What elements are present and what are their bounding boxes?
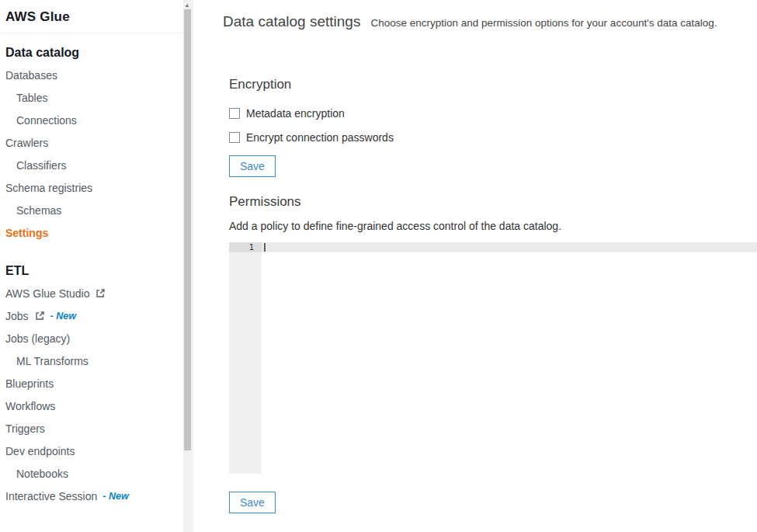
permissions-description: Add a policy to define fine-grained acce… <box>229 220 757 232</box>
sidebar-item-label: Dev endpoints <box>5 445 75 457</box>
sidebar-item-label: Connections <box>16 114 77 127</box>
sidebar-item-label: Tables <box>16 92 47 104</box>
sidebar-item-dev-endpoints[interactable]: Dev endpoints <box>0 440 183 462</box>
new-badge: - New <box>102 491 128 502</box>
external-link-icon <box>95 288 106 298</box>
sidebar-item-classifiers[interactable]: Classifiers <box>0 154 183 176</box>
sidebar-nav: Data catalog Databases Tables Connection… <box>0 33 183 507</box>
sidebar-item-label: Notebooks <box>16 468 68 480</box>
sidebar-item-jobs[interactable]: Jobs - New <box>0 304 183 327</box>
sidebar-item-label: Databases <box>5 69 57 82</box>
section-heading-etl: ETL <box>0 259 183 282</box>
editor-cursor <box>264 243 266 252</box>
metadata-encryption-row[interactable]: Metadata encryption <box>229 106 757 121</box>
main-content: Data catalog settings Choose encryption … <box>196 0 757 532</box>
scrollbar-up-button[interactable]: ▲ <box>183 0 191 9</box>
page-subtitle: Choose encryption and permission options… <box>370 17 717 29</box>
sidebar-item-label: AWS Glue Studio <box>5 287 89 300</box>
sidebar-item-label: Blueprints <box>5 377 54 390</box>
sidebar-item-triggers[interactable]: Triggers <box>0 417 183 440</box>
sidebar-item-settings[interactable]: Settings <box>0 221 183 244</box>
sidebar-item-label: Interactive Session <box>5 490 97 502</box>
sidebar-item-label: Triggers <box>5 422 45 435</box>
scroll-up-icon: ▲ <box>185 2 190 8</box>
nav-list-data-catalog: Databases Tables Connections Crawlers Cl… <box>0 64 183 244</box>
permissions-heading: Permissions <box>229 193 757 210</box>
sidebar-item-aws-glue-studio[interactable]: AWS Glue Studio <box>0 282 183 304</box>
app-title: AWS Glue <box>0 0 183 33</box>
sidebar-item-label: Schemas <box>16 204 61 217</box>
sidebar-item-connections[interactable]: Connections <box>0 109 183 131</box>
settings-content: Encryption Metadata encryption Encrypt c… <box>196 76 757 513</box>
sidebar-item-label: Jobs (legacy) <box>5 332 70 345</box>
sidebar-item-label: Schema registries <box>5 182 92 194</box>
page-header: Data catalog settings Choose encryption … <box>196 0 757 31</box>
sidebar-item-workflows[interactable]: Workflows <box>0 395 183 417</box>
external-link-icon <box>35 311 45 321</box>
checkbox-label: Metadata encryption <box>246 107 345 120</box>
nav-list-etl: AWS Glue Studio Jobs - New Jobs (legacy)… <box>0 282 183 507</box>
editor-text-area[interactable] <box>262 242 757 474</box>
editor-gutter: 1 <box>229 242 262 474</box>
sidebar: AWS Glue Data catalog Databases Tables C… <box>0 0 183 532</box>
sidebar-item-crawlers[interactable]: Crawlers <box>0 131 183 154</box>
section-heading-data-catalog: Data catalog <box>0 41 183 64</box>
sidebar-item-blueprints[interactable]: Blueprints <box>0 372 183 395</box>
sidebar-item-ml-transforms[interactable]: ML Transforms <box>0 349 183 372</box>
sidebar-item-label: Settings <box>5 227 48 239</box>
sidebar-item-jobs-legacy[interactable]: Jobs (legacy) <box>0 327 183 349</box>
editor-line-number: 1 <box>229 242 262 252</box>
metadata-encryption-checkbox[interactable] <box>229 108 240 119</box>
sidebar-item-label: Crawlers <box>5 137 48 149</box>
encrypt-passwords-checkbox[interactable] <box>229 132 240 143</box>
sidebar-item-label: Jobs <box>5 310 29 322</box>
policy-editor[interactable]: 1 <box>229 242 757 474</box>
page-title: Data catalog settings <box>223 12 360 31</box>
checkbox-label: Encrypt connection passwords <box>246 131 394 144</box>
editor-active-line <box>262 242 757 252</box>
sidebar-item-databases[interactable]: Databases <box>0 64 183 86</box>
encrypt-passwords-row[interactable]: Encrypt connection passwords <box>229 130 757 145</box>
permissions-save-button[interactable]: Save <box>229 492 276 513</box>
sidebar-item-schemas[interactable]: Schemas <box>0 199 183 221</box>
sidebar-item-label: ML Transforms <box>16 355 89 367</box>
scrollbar-thumb[interactable] <box>184 9 191 450</box>
encryption-heading: Encryption <box>229 76 757 93</box>
sidebar-item-interactive-session[interactable]: Interactive Session - New <box>0 485 183 507</box>
sidebar-item-tables[interactable]: Tables <box>0 86 183 109</box>
encryption-save-button[interactable]: Save <box>229 155 276 177</box>
sidebar-scrollbar[interactable]: ▲ <box>183 0 193 532</box>
sidebar-item-notebooks[interactable]: Notebooks <box>0 462 183 485</box>
sidebar-item-schema-registries[interactable]: Schema registries <box>0 176 183 199</box>
sidebar-item-label: Workflows <box>5 400 55 412</box>
sidebar-item-label: Classifiers <box>16 159 67 172</box>
new-badge: - New <box>50 311 76 322</box>
